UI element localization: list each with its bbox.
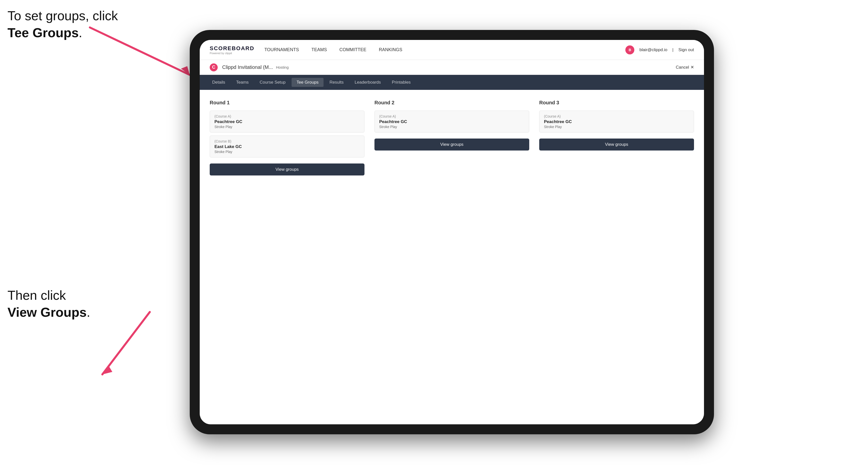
tab-printables[interactable]: Printables [387, 78, 416, 87]
instruction-top-plain: To set groups, click [7, 8, 118, 23]
round-1-course-b-label: (Course B) [214, 139, 360, 143]
pipe-separator: | [672, 48, 673, 53]
main-content: Round 1 (Course A) Peachtree GC Stroke P… [200, 90, 704, 424]
round-3-course-a-label: (Course A) [544, 114, 689, 118]
view-groups-button-round-1[interactable]: View groups [210, 163, 365, 176]
user-avatar: B [625, 45, 634, 54]
tournament-name: Clippd Invitational (M... [222, 64, 273, 70]
logo-powered: Powered by clippit [210, 52, 254, 55]
tab-teams[interactable]: Teams [231, 78, 254, 87]
main-nav: TOURNAMENTS TEAMS COMMITTEE RANKINGS [265, 47, 402, 53]
round-1-course-a: (Course A) Peachtree GC Stroke Play [210, 111, 365, 132]
nav-rankings[interactable]: RANKINGS [379, 47, 402, 53]
round-3-course-a-name: Peachtree GC [544, 119, 689, 124]
sign-out-link[interactable]: Sign out [679, 48, 694, 53]
tab-details[interactable]: Details [207, 78, 230, 87]
cancel-button[interactable]: Cancel ✕ [676, 65, 694, 70]
round-2-course-a-label: (Course A) [379, 114, 525, 118]
top-nav: SCOREBOARD Powered by clippit TOURNAMENT… [200, 40, 704, 60]
round-2-column: Round 2 (Course A) Peachtree GC Stroke P… [374, 100, 529, 176]
round-2-course-a: (Course A) Peachtree GC Stroke Play [374, 111, 529, 132]
svg-line-2 [102, 312, 150, 374]
view-groups-button-round-2[interactable]: View groups [374, 138, 529, 151]
round-3-course-a-format: Stroke Play [544, 125, 689, 129]
rounds-container: Round 1 (Course A) Peachtree GC Stroke P… [210, 100, 694, 176]
round-1-course-b-name: East Lake GC [214, 144, 360, 149]
round-1-course-a-name: Peachtree GC [214, 119, 360, 124]
round-1-course-b: (Course B) East Lake GC Stroke Play [210, 135, 365, 157]
round-2-course-a-name: Peachtree GC [379, 119, 525, 124]
nav-tournaments[interactable]: TOURNAMENTS [265, 47, 299, 53]
round-3-column: Round 3 (Course A) Peachtree GC Stroke P… [539, 100, 694, 176]
logo-scoreboard: SCOREBOARD Powered by clippit [210, 45, 254, 55]
tab-results[interactable]: Results [324, 78, 349, 87]
user-email: blair@clippd.io [639, 48, 667, 53]
tab-leaderboards[interactable]: Leaderboards [350, 78, 386, 87]
tab-tee-groups[interactable]: Tee Groups [291, 78, 323, 87]
nav-right: B blair@clippd.io | Sign out [625, 45, 694, 54]
round-3-title: Round 3 [539, 100, 694, 105]
arrow-tee-groups [82, 23, 207, 85]
round-3-course-a: (Course A) Peachtree GC Stroke Play [539, 111, 694, 132]
tab-course-setup[interactable]: Course Setup [255, 78, 290, 87]
round-2-title: Round 2 [374, 100, 529, 105]
logo-text: SCOREBOARD [210, 45, 254, 52]
round-1-column: Round 1 (Course A) Peachtree GC Stroke P… [210, 100, 365, 176]
close-icon: ✕ [690, 65, 694, 70]
tournament-name-area: C Clippd Invitational (M... Hosting [210, 63, 288, 71]
instruction-top-period: . [79, 26, 82, 40]
nav-teams[interactable]: TEAMS [312, 47, 327, 53]
tablet-screen: SCOREBOARD Powered by clippit TOURNAMENT… [200, 40, 704, 424]
logo-area: SCOREBOARD Powered by clippit TOURNAMENT… [210, 45, 402, 55]
cancel-label: Cancel [676, 65, 689, 70]
instruction-top-bold: Tee Groups [7, 26, 79, 40]
tournament-logo: C [210, 63, 218, 71]
tab-nav: Details Teams Course Setup Tee Groups Re… [200, 75, 704, 90]
sub-header: C Clippd Invitational (M... Hosting Canc… [200, 60, 704, 75]
round-1-course-b-format: Stroke Play [214, 150, 360, 154]
round-1-title: Round 1 [210, 100, 365, 105]
hosting-badge: Hosting [276, 65, 288, 69]
nav-committee[interactable]: COMMITTEE [340, 47, 367, 53]
svg-line-0 [90, 27, 190, 75]
tablet-device: SCOREBOARD Powered by clippit TOURNAMENT… [190, 30, 714, 434]
round-1-course-a-label: (Course A) [214, 114, 360, 118]
round-1-course-a-format: Stroke Play [214, 125, 360, 129]
round-2-course-a-format: Stroke Play [379, 125, 525, 129]
instruction-bottom-plain: Then click [7, 288, 66, 303]
view-groups-button-round-3[interactable]: View groups [539, 138, 694, 151]
arrow-view-groups [70, 305, 170, 384]
